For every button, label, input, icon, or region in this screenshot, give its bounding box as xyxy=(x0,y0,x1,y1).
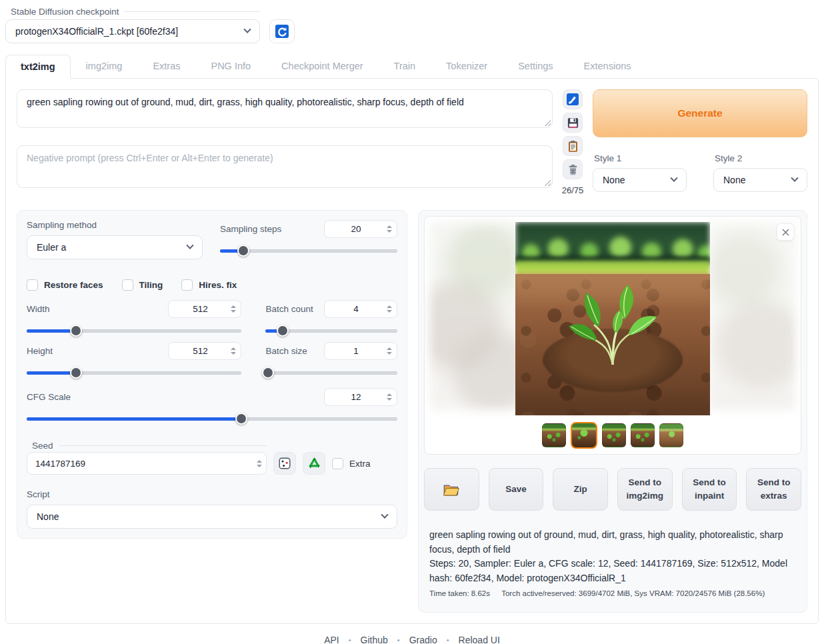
sampling-method-select[interactable]: Euler a xyxy=(27,235,203,259)
send-to-img2img-button[interactable]: Send to img2img xyxy=(617,468,673,511)
style2-label: Style 2 xyxy=(713,153,807,163)
batch-size-slider[interactable] xyxy=(265,367,397,379)
github-link[interactable]: Github xyxy=(361,635,388,644)
prompt-section: green sapling rowing out of ground, mud,… xyxy=(17,89,807,195)
script-select[interactable]: None xyxy=(27,505,397,529)
checkbox-icon xyxy=(332,458,343,469)
gallery-thumbnail[interactable] xyxy=(602,423,626,447)
prompt-input[interactable]: green sapling rowing out of ground, mud,… xyxy=(17,89,553,128)
clear-prompt-button[interactable] xyxy=(563,159,583,179)
spinner-icons[interactable] xyxy=(385,343,394,359)
slider-thumb[interactable] xyxy=(237,245,249,257)
seed-input-wrap xyxy=(27,452,267,475)
tab-extensions[interactable]: Extensions xyxy=(569,54,647,78)
api-link[interactable]: API xyxy=(324,635,339,644)
spinner-icons[interactable] xyxy=(385,221,394,237)
gallery-thumbnails xyxy=(425,422,801,449)
reuse-seed-button[interactable] xyxy=(303,452,325,475)
width-slider[interactable] xyxy=(27,325,241,337)
tab-train[interactable]: Train xyxy=(379,54,431,78)
batch-count-input[interactable]: 4 xyxy=(324,300,397,318)
info-performance: Time taken: 8.62s Torch active/reserved:… xyxy=(429,588,796,600)
extra-seed-checkbox[interactable]: Extra xyxy=(332,458,371,469)
checkpoint-select[interactable]: protogenX34OfficialR_1.ckpt [60fe2f34] xyxy=(5,19,260,43)
prompt-tools-column: 26/75 xyxy=(561,89,585,195)
tab-checkpoint-merger[interactable]: Checkpoint Merger xyxy=(266,54,379,78)
style1-select[interactable]: None xyxy=(593,168,687,192)
save-button[interactable]: Save xyxy=(489,468,544,511)
paste-params-button[interactable] xyxy=(563,89,583,109)
slider-thumb[interactable] xyxy=(262,367,274,379)
tab-extras[interactable]: Extras xyxy=(137,54,195,78)
width-input[interactable]: 512 xyxy=(168,300,241,318)
save-style-button[interactable] xyxy=(563,113,583,133)
batch-count-group: Batch count 4 xyxy=(265,300,397,337)
gallery-thumbnail-selected[interactable] xyxy=(571,422,597,449)
spinner-icons[interactable] xyxy=(229,301,238,317)
reload-ui-link[interactable]: Reload UI xyxy=(459,635,500,644)
generate-column: Generate Style 1 None Style 2 None xyxy=(593,89,807,195)
style2-select[interactable]: None xyxy=(713,168,807,192)
result-gallery xyxy=(424,216,801,455)
batch-count-slider[interactable] xyxy=(265,325,397,337)
random-seed-button[interactable] xyxy=(273,452,296,475)
gradio-link[interactable]: Gradio xyxy=(409,635,437,644)
height-slider[interactable] xyxy=(27,367,241,379)
cfg-scale-input[interactable]: 12 xyxy=(324,388,397,406)
tiling-checkbox[interactable]: Tiling xyxy=(122,279,163,291)
chevron-down-icon xyxy=(670,175,677,182)
gallery-thumbnail[interactable] xyxy=(542,423,566,447)
refresh-checkpoint-button[interactable] xyxy=(269,19,295,43)
main-tabbar: txt2img img2img Extras PNG Info Checkpoi… xyxy=(5,54,819,78)
gallery-thumbnail[interactable] xyxy=(659,423,683,447)
sapling-graphic xyxy=(566,283,659,367)
cfg-scale-group: CFG Scale 12 xyxy=(27,388,397,425)
slider-thumb[interactable] xyxy=(70,367,82,379)
gallery-thumbnail[interactable] xyxy=(631,423,655,447)
checkpoint-value: protogenX34OfficialR_1.ckpt [60fe2f34] xyxy=(15,26,178,37)
seed-input[interactable] xyxy=(27,452,267,475)
hires-fix-checkbox[interactable]: Hires. fix xyxy=(181,279,237,291)
spinner-icons[interactable] xyxy=(255,452,264,475)
spinner-icons[interactable] xyxy=(385,389,394,405)
tab-img2img[interactable]: img2img xyxy=(71,54,138,78)
tab-tokenizer[interactable]: Tokenizer xyxy=(431,54,503,78)
send-to-extras-button[interactable]: Send to extras xyxy=(746,468,801,511)
cfg-scale-slider[interactable] xyxy=(27,413,397,425)
open-folder-icon xyxy=(443,482,460,497)
gallery-next-image[interactable] xyxy=(709,222,795,410)
tab-settings[interactable]: Settings xyxy=(503,54,568,78)
sampling-method-label: Sampling method xyxy=(27,220,203,230)
sampling-steps-input[interactable]: 20 xyxy=(324,220,397,238)
content-row: Sampling method Euler a Sampling steps 2… xyxy=(17,210,807,613)
bullet-separator: • xyxy=(397,636,400,644)
close-gallery-button[interactable] xyxy=(777,223,794,241)
zip-button[interactable]: Zip xyxy=(553,468,608,511)
refresh-icon xyxy=(275,24,289,39)
slider-thumb[interactable] xyxy=(277,325,289,337)
label-rule xyxy=(59,445,267,446)
style1-label: Style 1 xyxy=(593,153,687,163)
script-group: Script None xyxy=(27,489,397,529)
tab-txt2img[interactable]: txt2img xyxy=(5,55,71,79)
apply-style-button[interactable] xyxy=(563,136,583,156)
chevron-down-icon xyxy=(791,175,798,182)
slider-thumb[interactable] xyxy=(235,413,247,425)
clipboard-icon xyxy=(567,140,579,153)
tab-png-info[interactable]: PNG Info xyxy=(195,54,266,78)
spinner-icons[interactable] xyxy=(385,301,394,317)
height-input[interactable]: 512 xyxy=(168,342,241,360)
generate-button[interactable]: Generate xyxy=(593,89,807,137)
slider-thumb[interactable] xyxy=(70,325,82,337)
restore-faces-checkbox[interactable]: Restore faces xyxy=(27,279,103,291)
generated-image[interactable] xyxy=(515,222,710,415)
spinner-icons[interactable] xyxy=(229,343,238,359)
open-folder-button[interactable] xyxy=(424,468,479,511)
gallery-prev-image[interactable] xyxy=(430,222,521,410)
batch-size-input[interactable]: 1 xyxy=(324,342,397,360)
negative-prompt-input[interactable] xyxy=(17,145,553,188)
sampling-steps-slider[interactable] xyxy=(220,245,397,257)
send-to-inpaint-button[interactable]: Send to inpaint xyxy=(682,468,737,511)
height-label: Height xyxy=(27,346,53,356)
recycle-icon xyxy=(307,457,321,471)
